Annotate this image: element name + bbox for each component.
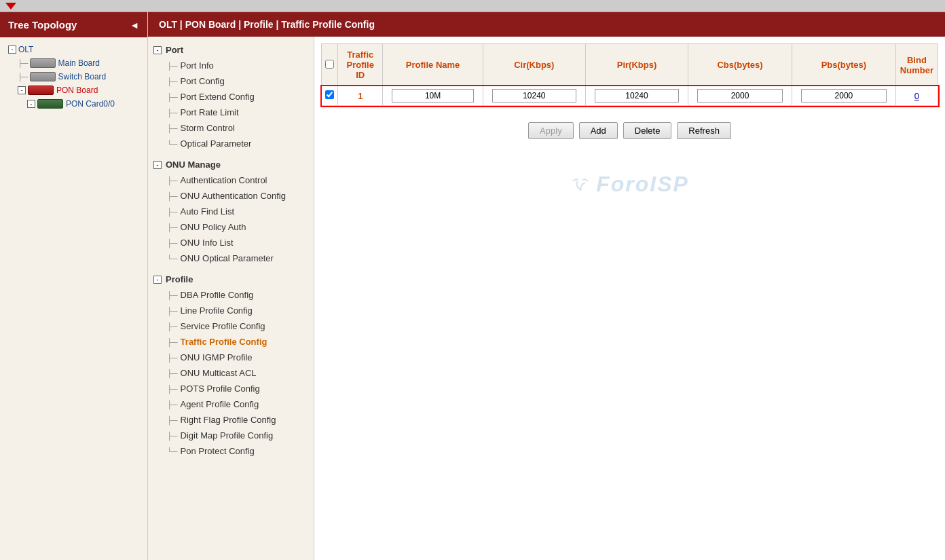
tree-connector-mainboard: ├─ — [18, 59, 29, 67]
bind-number-link[interactable]: 0 — [914, 91, 919, 101]
col-header-bind-number: BindNumber — [895, 44, 938, 86]
nav-item-storm-control[interactable]: ├─ Storm Control — [148, 120, 314, 136]
nav-item-optical-parameter[interactable]: └─ Optical Parameter — [148, 136, 314, 151]
tree-expand-olt[interactable]: - — [8, 45, 16, 54]
cir-input[interactable] — [492, 89, 576, 102]
row-checkbox-cell — [322, 86, 338, 106]
port-expand-icon[interactable]: - — [153, 46, 162, 54]
nav-label-auto-find-list: Auto Find List — [181, 206, 235, 217]
nav-section-label-port: Port — [166, 45, 183, 55]
nav-item-pots-profile[interactable]: ├─ POTS Profile Config — [148, 381, 314, 396]
nav-label-service-profile: Service Profile Config — [181, 321, 265, 331]
nav-label-digit-map-profile: Digit Map Profile Config — [181, 430, 274, 441]
nav-label-pots-profile: POTS Profile Config — [181, 384, 260, 394]
nav-section-header-onu-manage[interactable]: - ONU Manage — [148, 157, 314, 172]
tree-node-ponboard[interactable]: - PON Board — [3, 83, 145, 97]
watermark-signal-icon — [570, 174, 591, 195]
delete-button[interactable]: Delete — [623, 122, 672, 139]
nav-item-digit-map-profile[interactable]: ├─ Digit Map Profile Config — [148, 428, 314, 443]
row-id-value: 1 — [358, 91, 363, 101]
content-body: - Port ├─ Port Info ├─ Port Config ├─ Po… — [148, 37, 945, 560]
nav-item-auth-control[interactable]: ├─ Authentication Control — [148, 172, 314, 188]
watermark-text: ForoISP — [596, 172, 689, 197]
tree-node-mainboard[interactable]: ├─ Main Board — [3, 56, 145, 70]
onu-manage-expand-icon[interactable]: - — [153, 161, 162, 169]
traffic-profile-table: TrafficProfile ID Profile Name Cir(Kbps)… — [321, 43, 938, 106]
row-cbs-cell[interactable] — [688, 86, 792, 106]
tree-label-mainboard: Main Board — [58, 58, 100, 68]
pbs-input[interactable] — [801, 89, 887, 102]
nav-item-onu-igmp-profile[interactable]: ├─ ONU IGMP Profile — [148, 350, 314, 365]
select-all-checkbox[interactable] — [325, 60, 334, 69]
refresh-button[interactable]: Refresh — [677, 122, 731, 139]
add-button[interactable]: Add — [579, 122, 618, 139]
tree-label-switchboard: Switch Board — [58, 72, 107, 81]
cbs-input[interactable] — [697, 89, 783, 102]
tree-label-olt: OLT — [18, 45, 33, 54]
nav-label-storm-control: Storm Control — [181, 123, 235, 133]
nav-panel: - Port ├─ Port Info ├─ Port Config ├─ Po… — [148, 37, 314, 560]
profile-name-input[interactable] — [392, 89, 474, 102]
nav-section-header-port[interactable]: - Port — [148, 42, 314, 58]
profile-expand-icon[interactable]: - — [153, 276, 162, 284]
row-pir-cell[interactable] — [585, 86, 688, 106]
nav-section-header-profile[interactable]: - Profile — [148, 272, 314, 287]
nav-item-port-extend-config[interactable]: ├─ Port Extend Config — [148, 89, 314, 105]
action-buttons: Apply Add Delete Refresh — [321, 117, 938, 145]
col-header-pir-kbps: Pir(Kbps) — [585, 44, 688, 86]
col-header-traffic-profile-id: TrafficProfile ID — [338, 44, 383, 86]
red-arrow-icon — [5, 3, 16, 10]
table-area: TrafficProfile ID Profile Name Cir(Kbps)… — [314, 37, 945, 560]
tree-container: - OLT ├─ Main Board ├─ Switch Board - PO… — [0, 37, 147, 560]
tree-node-switchboard[interactable]: ├─ Switch Board — [3, 70, 145, 83]
tree-label-ponboard: PON Board — [56, 86, 98, 95]
sidebar-collapse-icon[interactable]: ◄ — [130, 20, 139, 31]
nav-item-port-rate-limit[interactable]: ├─ Port Rate Limit — [148, 105, 314, 120]
nav-label-onu-optical-param: ONU Optical Parameter — [181, 253, 274, 263]
nav-item-service-profile[interactable]: ├─ Service Profile Config — [148, 318, 314, 334]
pir-input[interactable] — [595, 89, 679, 102]
content-area: OLT | PON Board | Profile | Traffic Prof… — [148, 12, 945, 560]
nav-item-onu-optical-param[interactable]: └─ ONU Optical Parameter — [148, 250, 314, 266]
nav-item-onu-info-list[interactable]: ├─ ONU Info List — [148, 235, 314, 250]
nav-item-port-info[interactable]: ├─ Port Info — [148, 58, 314, 73]
tree-node-poncard[interactable]: - PON Card0/0 — [3, 97, 145, 111]
nav-item-onu-multicast-acl[interactable]: ├─ ONU Multicast ACL — [148, 365, 314, 381]
nav-label-onu-multicast-acl: ONU Multicast ACL — [181, 368, 257, 378]
nav-label-pon-protect: Pon Protect Config — [181, 446, 255, 456]
nav-item-auto-find-list[interactable]: ├─ Auto Find List — [148, 204, 314, 219]
row-cir-cell[interactable] — [483, 86, 585, 106]
nav-item-port-config[interactable]: ├─ Port Config — [148, 73, 314, 89]
row-id-cell: 1 — [338, 86, 383, 106]
nav-item-line-profile[interactable]: ├─ Line Profile Config — [148, 303, 314, 318]
nav-item-dba-profile[interactable]: ├─ DBA Profile Config — [148, 287, 314, 303]
nav-item-agent-profile[interactable]: ├─ Agent Profile Config — [148, 396, 314, 412]
nav-item-pon-protect[interactable]: └─ Pon Protect Config — [148, 443, 314, 459]
nav-label-onu-auth-config: ONU Authentication Config — [181, 191, 286, 201]
col-header-cir-kbps: Cir(Kbps) — [483, 44, 585, 86]
top-bar — [0, 0, 945, 12]
nav-label-traffic-profile: Traffic Profile Config — [181, 337, 267, 347]
tree-label-poncard: PON Card0/0 — [66, 99, 115, 109]
apply-button[interactable]: Apply — [528, 122, 574, 139]
col-header-cbs-bytes: Cbs(bytes) — [688, 44, 792, 86]
row-pbs-cell[interactable] — [792, 86, 896, 106]
tree-expand-ponboard[interactable]: - — [18, 86, 26, 94]
nav-section-onu-manage: - ONU Manage ├─ Authentication Control ├… — [148, 157, 314, 266]
row-checkbox[interactable] — [325, 90, 334, 99]
nav-label-optical-parameter: Optical Parameter — [181, 138, 252, 149]
sidebar-title: Tree Topology — [8, 19, 77, 31]
breadcrumb: OLT | PON Board | Profile | Traffic Prof… — [148, 12, 945, 37]
nav-item-traffic-profile[interactable]: ├─ Traffic Profile Config — [148, 334, 314, 350]
table-row[interactable]: 1 — [322, 86, 938, 106]
sidebar-header[interactable]: Tree Topology ◄ — [0, 12, 147, 37]
nav-label-port-extend-config: Port Extend Config — [181, 92, 255, 102]
nav-item-right-flag-profile[interactable]: ├─ Right Flag Profile Config — [148, 412, 314, 428]
nav-item-onu-policy-auth[interactable]: ├─ ONU Policy Auth — [148, 219, 314, 235]
tree-connector-switchboard: ├─ — [18, 73, 29, 81]
tree-expand-poncard[interactable]: - — [27, 100, 35, 108]
tree-node-olt[interactable]: - OLT — [3, 43, 145, 56]
nav-label-onu-igmp-profile: ONU IGMP Profile — [181, 352, 253, 362]
row-profile-name-cell[interactable] — [383, 86, 483, 106]
nav-item-onu-auth-config[interactable]: ├─ ONU Authentication Config — [148, 188, 314, 204]
